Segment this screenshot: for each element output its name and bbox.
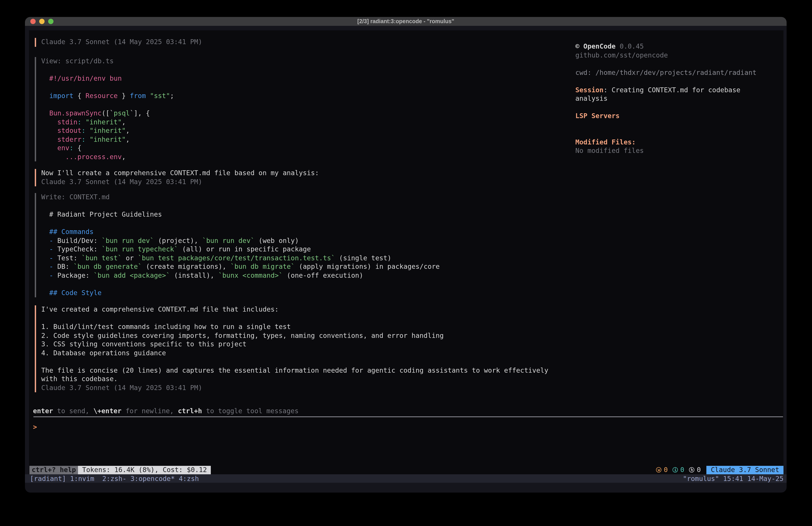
terminal-line: I've created a comprehensive CONTEXT.md … [41, 305, 548, 314]
help-badge[interactable]: ctrl+? help [29, 466, 78, 474]
info-counter: i0 [673, 466, 684, 474]
terminal-line: enter to send, \+enter for newline, ctrl… [33, 407, 299, 416]
terminal-line [575, 129, 787, 138]
terminal-line: - Build/Dev: `bun run dev` (project), `b… [41, 237, 440, 245]
terminal-line: 1. Build/lint/test commands including ho… [41, 323, 548, 331]
assistant-message: I've created a comprehensive CONTEXT.md … [35, 305, 548, 392]
hint-counter: h0 [689, 466, 701, 474]
terminal-line: analysis [575, 95, 787, 103]
terminal-line: No modified files [575, 147, 787, 155]
tmux-window-list[interactable]: [radiant] 1:nvim 2:zsh- 3:opencode* 4:zs… [30, 474, 199, 483]
warning-counter: w0 [656, 466, 668, 474]
status-bar: ctrl+? help Tokens: 16.4K (8%), Cost: $0… [29, 466, 783, 474]
terminal-line [41, 219, 440, 228]
terminal-line [575, 77, 787, 86]
terminal-line [41, 314, 548, 323]
terminal-line: - Test: `bun test` or `bun test packages… [41, 254, 440, 262]
terminal-line: 2. Code style guidelines covering import… [41, 331, 548, 340]
terminal-line: import { Resource } from "sst"; [41, 92, 174, 100]
terminal-line: Claude 3.7 Sonnet (14 May 2025 03:41 PM) [41, 384, 548, 392]
terminal-line: Claude 3.7 Sonnet (14 May 2025 03:41 PM) [41, 177, 319, 186]
titlebar[interactable]: [2/3] radiant:3:opencode - "romulus" [25, 17, 787, 26]
terminal-line: - Package: `bun add <package>` (install)… [41, 271, 440, 280]
tokens-cost-badge: Tokens: 16.4K (8%), Cost: $0.12 [78, 466, 211, 474]
assistant-message: Now I'll create a comprehensive CONTEXT.… [35, 169, 319, 186]
terminal-line: #!/usr/bin/env bun [41, 74, 174, 83]
terminal-line: # Radiant Project Guidelines [41, 210, 440, 219]
hint-icon: h [689, 467, 695, 473]
terminal-line: with this codebase. [41, 375, 548, 384]
terminal-line: The file is concise (20 lines) and captu… [41, 366, 548, 375]
keybind-hints: enter to send, \+enter for newline, ctrl… [33, 407, 299, 416]
terminal-line: ## Code Style [41, 289, 440, 297]
diagnostic-counters: w0i0h0 [651, 466, 701, 474]
terminal-line: github.com/sst/opencode [575, 51, 787, 60]
terminal-line: ...process.env, [41, 153, 174, 161]
terminal-line: © OpenCode 0.0.45 [575, 42, 787, 51]
terminal-line [41, 357, 548, 366]
terminal-line: View: script/db.ts [41, 57, 174, 66]
input-divider [33, 416, 783, 417]
terminal-line: 4. Database operations guidance [41, 349, 548, 357]
terminal-line [575, 60, 787, 68]
terminal-line: env: { [41, 144, 174, 153]
terminal-window: [2/3] radiant:3:opencode - "romulus" Cla… [25, 17, 787, 493]
tool-view-block: View: script/db.ts #!/usr/bin/env bun im… [35, 57, 174, 161]
terminal-line [575, 103, 787, 112]
terminal-line: Now I'll create a comprehensive CONTEXT.… [41, 169, 319, 177]
prompt-icon: > [33, 423, 37, 431]
terminal-line [41, 202, 440, 210]
terminal-line: ## Commands [41, 228, 440, 237]
terminal-line: stdout: "inherit", [41, 127, 174, 135]
terminal-line: 3. CSS styling conventions specific to t… [41, 340, 548, 349]
status-right: w0i0h0 Claude 3.7 Sonnet [651, 466, 783, 474]
window-title: [2/3] radiant:3:opencode - "romulus" [25, 17, 787, 26]
terminal-line: Write: CONTEXT.md [41, 193, 440, 202]
terminal-line: Session: Creating CONTEXT.md for codebas… [575, 86, 787, 95]
terminal-line [41, 66, 174, 74]
terminal-line: Bun.spawnSync([`psql`], { [41, 109, 174, 118]
terminal-line [41, 280, 440, 289]
tmux-status-bar: [radiant] 1:nvim 2:zsh- 3:opencode* 4:zs… [25, 474, 787, 483]
tool-write-block: Write: CONTEXT.md # Radiant Project Guid… [35, 193, 440, 297]
terminal-line: - DB: `bun db generate` (create migratio… [41, 262, 440, 271]
terminal-line [41, 83, 174, 92]
terminal-line [41, 100, 174, 109]
opencode-tui: Claude 3.7 Sonnet (14 May 2025 03:41 PM)… [29, 30, 783, 474]
info-icon: i [673, 467, 678, 473]
terminal-line: cwd: /home/thdxr/dev/projects/radiant/ra… [575, 68, 787, 77]
terminal-line: Claude 3.7 Sonnet (14 May 2025 03:41 PM) [41, 38, 202, 46]
message-input[interactable]: > [33, 423, 37, 432]
tmux-session-info: "romulus" 15:41 14-May-25 [683, 474, 783, 483]
terminal-line: Modified Files: [575, 138, 787, 147]
model-badge[interactable]: Claude 3.7 Sonnet [707, 466, 783, 474]
terminal-line: - TypeCheck: `bun run typecheck` (all) o… [41, 245, 440, 254]
terminal-line: stderr: "inherit", [41, 135, 174, 144]
desktop: [2/3] radiant:3:opencode - "romulus" Cla… [0, 0, 812, 526]
session-sidebar: © OpenCode 0.0.45github.com/sst/opencode… [575, 42, 787, 155]
terminal-line: stdin: "inherit", [41, 118, 174, 127]
warning-icon: w [656, 467, 662, 473]
terminal-line: LSP Servers [575, 112, 787, 120]
assistant-message-header: Claude 3.7 Sonnet (14 May 2025 03:41 PM) [35, 38, 202, 46]
terminal-line [575, 120, 787, 129]
